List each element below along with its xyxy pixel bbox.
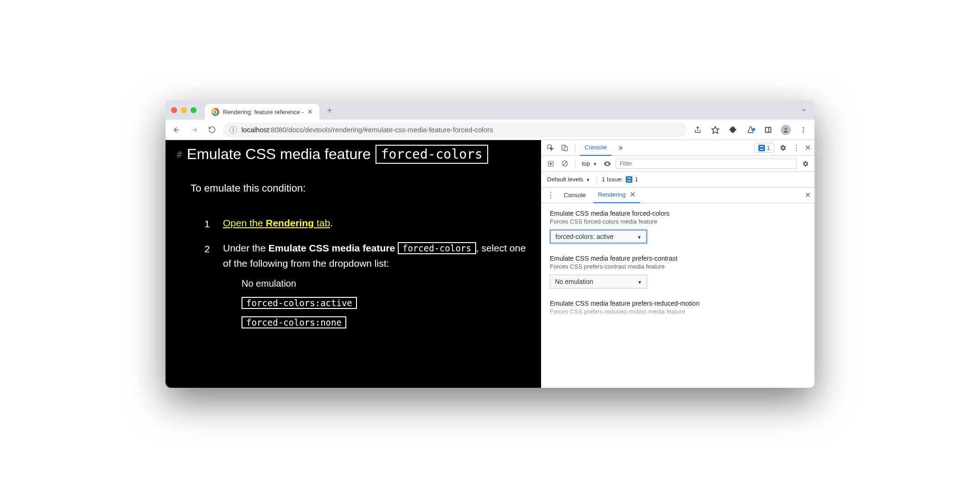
svg-point-7 (785, 128, 787, 130)
open-rendering-link[interactable]: Open the Rendering tab (223, 218, 330, 228)
emu-subtitle: Forces CSS forced-colors media feature (550, 218, 806, 225)
console-settings-icon[interactable] (800, 158, 811, 169)
option-no-emulation: No emulation (242, 276, 530, 291)
device-toggle-icon[interactable] (559, 142, 570, 154)
emu-subtitle: Forces CSS prefers-reduced-motion media … (550, 308, 806, 315)
option-none: forced-colors:none (242, 315, 530, 330)
steps-list: Open the Rendering tab. Under the Emulat… (177, 215, 530, 330)
more-tabs-icon[interactable] (614, 142, 625, 154)
site-info-icon[interactable]: i (229, 126, 237, 134)
close-tab-button[interactable]: ✕ (307, 108, 313, 116)
back-button[interactable] (170, 123, 183, 136)
window-controls (171, 107, 197, 113)
live-expression-icon[interactable] (602, 158, 613, 169)
emulation-forced-colors: Emulate CSS media feature forced-colors … (550, 210, 806, 244)
divider (597, 175, 597, 184)
forced-colors-select[interactable]: forced-colors: active (550, 230, 647, 244)
devtools-panel: Console 1 ⋮ ✕ (541, 140, 815, 388)
share-button[interactable] (691, 123, 704, 136)
close-devtools-button[interactable]: ✕ (805, 143, 811, 152)
page-heading: # Emulate CSS media feature forced-color… (177, 145, 530, 164)
console-tab[interactable]: Console (580, 140, 611, 156)
intro-text: To emulate this condition: (191, 182, 530, 194)
rendering-panel: Emulate CSS media feature forced-colors … (541, 203, 815, 388)
content-area: # Emulate CSS media feature forced-color… (165, 140, 815, 388)
emu-subtitle: Forces CSS prefers-contrast media featur… (550, 263, 806, 270)
maximize-window-button[interactable] (191, 107, 197, 113)
context-selector[interactable]: top (580, 160, 599, 167)
svg-point-10 (803, 131, 804, 133)
divider (575, 143, 575, 153)
address-bar[interactable]: i localhost:8080/docs/devtools/rendering… (223, 122, 687, 137)
issue-icon (626, 176, 632, 183)
svg-marker-3 (712, 126, 719, 133)
reload-button[interactable] (205, 123, 218, 136)
emulation-prefers-reduced-motion: Emulate CSS media feature prefers-reduce… (550, 300, 806, 315)
tab-title: Rendering: feature reference - (223, 109, 304, 116)
new-tab-button[interactable]: ＋ (323, 103, 336, 116)
step2-code: forced-colors (398, 242, 476, 254)
svg-rect-5 (765, 127, 771, 132)
profile-button[interactable] (779, 123, 792, 136)
anchor-icon[interactable]: # (177, 149, 182, 160)
option-active: forced-colors:active (242, 295, 530, 310)
svg-line-17 (563, 162, 566, 166)
heading-code: forced-colors (375, 145, 488, 164)
settings-icon[interactable] (777, 142, 788, 154)
prefers-contrast-select[interactable]: No emulation (550, 275, 647, 289)
emu-title: Emulate CSS media feature prefers-contra… (550, 255, 806, 262)
filter-input[interactable] (616, 159, 797, 169)
issues-button[interactable]: 1 (754, 143, 774, 153)
console-levels-row: Default levels 1 Issue: 1 (541, 172, 815, 187)
devtools-topbar: Console 1 ⋮ ✕ (541, 140, 815, 156)
issue-link[interactable]: 1 Issue: 1 (602, 176, 638, 183)
bookmark-button[interactable] (709, 123, 722, 136)
minimize-window-button[interactable] (181, 107, 187, 113)
svg-marker-15 (550, 162, 552, 165)
browser-menu-button[interactable] (797, 123, 810, 136)
drawer-tabs: ⋮ Console Rendering ✕ ✕ (541, 187, 815, 203)
browser-tab[interactable]: Rendering: feature reference - ✕ (205, 104, 319, 120)
issue-icon (758, 145, 765, 151)
divider (575, 159, 575, 168)
drawer-rendering-tab[interactable]: Rendering ✕ (593, 187, 640, 203)
emulation-prefers-contrast: Emulate CSS media feature prefers-contra… (550, 255, 806, 289)
issues-count: 1 (767, 144, 770, 151)
console-toolbar: top (541, 156, 815, 172)
page-content: # Emulate CSS media feature forced-color… (165, 140, 541, 388)
labs-button[interactable] (744, 123, 757, 136)
tabs-dropdown-button[interactable] (801, 107, 807, 113)
svg-point-8 (803, 127, 804, 128)
svg-rect-13 (564, 147, 567, 151)
extensions-button[interactable] (726, 123, 739, 136)
heading-text: Emulate CSS media feature (187, 146, 371, 163)
svg-point-18 (607, 163, 608, 164)
step-2: Under the Emulate CSS media feature forc… (204, 240, 530, 330)
options-list: No emulation forced-colors:active forced… (223, 276, 530, 330)
close-rendering-tab-icon[interactable]: ✕ (630, 190, 636, 199)
svg-point-9 (803, 129, 804, 130)
close-drawer-button[interactable]: ✕ (805, 191, 811, 199)
devtools-menu-icon[interactable]: ⋮ (791, 143, 802, 152)
close-window-button[interactable] (171, 107, 177, 113)
emu-title: Emulate CSS media feature forced-colors (550, 210, 806, 217)
side-panel-button[interactable] (762, 123, 775, 136)
drawer-console-tab[interactable]: Console (559, 187, 591, 203)
browser-window: Rendering: feature reference - ✕ ＋ i loc… (165, 100, 815, 388)
step-1: Open the Rendering tab. (204, 215, 530, 231)
url-text: localhost:8080/docs/devtools/rendering/#… (242, 126, 493, 134)
execute-icon[interactable] (545, 158, 556, 169)
log-levels-selector[interactable]: Default levels (545, 176, 592, 183)
chrome-favicon-icon (211, 108, 219, 116)
toolbar: i localhost:8080/docs/devtools/rendering… (165, 120, 815, 140)
clear-console-icon[interactable] (559, 158, 570, 169)
issue-count: 1 (635, 176, 638, 183)
drawer-menu-icon[interactable]: ⋮ (545, 191, 556, 199)
tab-strip: Rendering: feature reference - ✕ ＋ (165, 100, 815, 120)
emu-title: Emulate CSS media feature prefers-reduce… (550, 300, 806, 307)
inspect-icon[interactable] (545, 142, 556, 154)
forward-button[interactable] (188, 123, 201, 136)
